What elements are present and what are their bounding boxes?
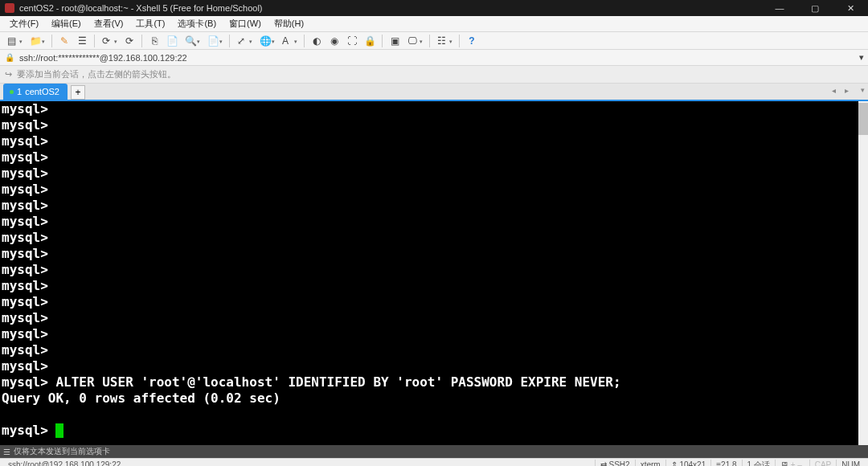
copy-button[interactable]: ⎘ <box>147 34 162 48</box>
paste-button[interactable]: 📄 <box>165 34 179 48</box>
menu-tools[interactable]: 工具(T) <box>131 16 170 31</box>
menu-tabs[interactable]: 选项卡(B) <box>173 16 221 31</box>
app-icon <box>5 3 14 13</box>
disconnect-icon: ⟳ <box>125 36 133 46</box>
status-ssh: ⇄ SSH2 <box>595 460 635 467</box>
maximize-button[interactable]: ▢ <box>797 0 833 16</box>
props-icon: ☰ <box>78 36 87 46</box>
tab-centos2[interactable]: 1 centOS2 <box>3 84 68 100</box>
status-dot-icon <box>10 90 14 94</box>
status-bar: ssh://root@192.168.100.129:22 ⇄ SSH2 xte… <box>0 458 868 466</box>
menu-file[interactable]: 文件(F) <box>5 16 43 31</box>
address-text[interactable]: ssh://root:************@192.168.100.129:… <box>19 53 850 63</box>
hint-bar: ↪ 要添加当前会话，点击左侧的箭头按钮。 <box>0 66 868 84</box>
menu-edit[interactable]: 编辑(E) <box>47 16 86 31</box>
address-close-button[interactable]: ▾ <box>855 52 868 63</box>
new-icon: ▤ <box>7 36 16 46</box>
status-num: NUM <box>836 460 865 467</box>
help-icon: ? <box>469 36 474 46</box>
tab-list-button[interactable]: ▾ <box>861 86 865 94</box>
find-button[interactable]: 🔍 <box>182 34 202 48</box>
expand-icon: ⛶ <box>347 36 357 46</box>
hint-text: 要添加当前会话，点击左侧的箭头按钮。 <box>17 68 176 80</box>
search-icon: 🔍 <box>185 36 197 46</box>
size-icon: ⇕ <box>671 460 678 466</box>
print-button[interactable]: 📄 <box>205 34 224 48</box>
record-button[interactable]: ◉ <box>327 34 342 48</box>
menu-window[interactable]: 窗口(W) <box>224 16 266 31</box>
menu-bar: 文件(F) 编辑(E) 查看(V) 工具(T) 选项卡(B) 窗口(W) 帮助(… <box>0 16 868 32</box>
lock-button[interactable]: 🔒 <box>362 34 377 48</box>
new-session-button[interactable]: ▤ <box>5 34 24 48</box>
screen-icon: 🖵 <box>407 36 417 46</box>
separator <box>141 35 142 47</box>
pencil-icon: ✎ <box>60 36 68 46</box>
dot-icon: ◉ <box>330 36 338 46</box>
edit-button[interactable]: ✎ <box>57 34 72 48</box>
tab-index: 1 <box>17 87 22 96</box>
separator <box>459 35 460 47</box>
circle-icon: ◐ <box>313 36 321 46</box>
print-icon: 📄 <box>207 36 219 46</box>
globe-icon: 🌐 <box>260 36 272 46</box>
disconnect-button[interactable]: ⟳ <box>122 34 137 48</box>
terminal-scrollbar[interactable] <box>858 101 868 445</box>
address-bar: 🔒 ssh://root:************@192.168.100.12… <box>0 50 868 66</box>
rec-button[interactable]: ▣ <box>387 34 402 48</box>
title-bar: centOS2 - root@localhost:~ - Xshell 5 (F… <box>0 0 868 16</box>
screen-button[interactable]: 🖵 <box>405 34 424 48</box>
separator <box>304 35 305 47</box>
separator <box>51 35 52 47</box>
separator <box>229 35 230 47</box>
color-button[interactable]: ⤢ <box>235 34 254 48</box>
status-indicators: 🖥 + – <box>775 460 809 467</box>
separator <box>382 35 383 47</box>
refresh-icon: ⟳ <box>102 36 110 46</box>
terminal-wrap: mysql> mysql> mysql> mysql> mysql> mysql… <box>0 101 868 445</box>
color-icon: ⤢ <box>237 36 245 46</box>
separator <box>429 35 430 47</box>
highlight-button[interactable]: ◐ <box>309 34 324 48</box>
encoding-button[interactable]: 🌐 <box>257 34 276 48</box>
font-button[interactable]: A <box>280 34 299 48</box>
copy-icon: ⎘ <box>152 36 158 46</box>
send-icon[interactable]: ☰ <box>3 448 10 456</box>
add-tab-button[interactable]: + <box>71 85 85 100</box>
help-button[interactable]: ? <box>465 34 479 48</box>
send-hint-bar: ☰ 仅将文本发送到当前选项卡 <box>0 445 868 458</box>
font-icon: A <box>282 36 289 46</box>
menu-view[interactable]: 查看(V) <box>89 16 129 31</box>
reconnect-button[interactable]: ⟳ <box>100 34 119 48</box>
menu-help[interactable]: 帮助(H) <box>269 16 309 31</box>
terminal[interactable]: mysql> mysql> mysql> mysql> mysql> mysql… <box>0 101 858 445</box>
status-size: ⇕ 104x21 <box>665 460 711 467</box>
layout-button[interactable]: ☷ <box>435 34 454 48</box>
status-cursor: ≡ 21,8 <box>710 460 741 467</box>
pc-icon: 🖥 <box>780 460 788 466</box>
rec-icon: ▣ <box>391 36 399 46</box>
main-toolbar: ▤ 📁 ✎ ☰ ⟳ ⟳ ⎘ 📄 🔍 📄 ⤢ 🌐 A ◐ ◉ ⛶ 🔒 ▣ 🖵 ☷ … <box>0 32 868 50</box>
tab-bar: 1 centOS2 + ◂ ▸ ▾ <box>0 84 868 101</box>
window-title: centOS2 - root@localhost:~ - Xshell 5 (F… <box>19 3 762 13</box>
lock-icon: 🔒 <box>364 36 376 46</box>
status-cap: CAP <box>809 460 837 467</box>
fullscreen-button[interactable]: ⛶ <box>345 34 359 48</box>
hint-icon[interactable]: ↪ <box>5 69 12 80</box>
close-button[interactable]: ✕ <box>833 0 868 16</box>
terminal-cursor <box>55 423 63 438</box>
paste-icon: 📄 <box>166 36 178 46</box>
tab-scroll-arrows[interactable]: ◂ ▸ <box>832 86 852 95</box>
status-sessions: 1 会话 <box>742 460 775 467</box>
minimize-button[interactable]: — <box>762 0 797 16</box>
ssh-lock-icon: 🔒 <box>5 53 14 62</box>
status-term: xterm <box>635 460 665 467</box>
scrollbar-thumb[interactable] <box>858 103 868 135</box>
properties-button[interactable]: ☰ <box>75 34 89 48</box>
folder-icon: 📁 <box>30 36 42 46</box>
status-conn: ssh://root@192.168.100.129:22 <box>3 460 125 467</box>
separator <box>94 35 95 47</box>
tab-label: centOS2 <box>25 87 59 96</box>
open-session-button[interactable]: 📁 <box>27 34 47 48</box>
link-icon: ⇄ <box>600 460 607 466</box>
list-icon: ☷ <box>437 36 446 46</box>
